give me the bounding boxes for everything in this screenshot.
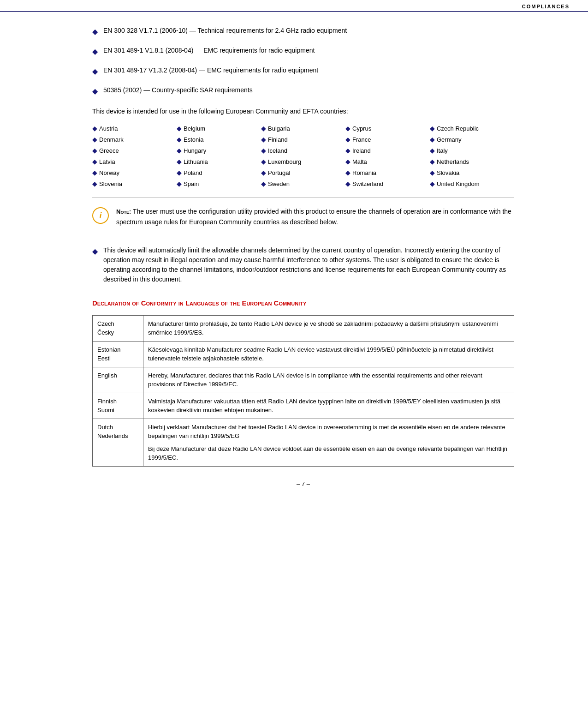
- country-diamond: ◆: [430, 147, 435, 154]
- country-item: ◆Malta: [345, 157, 430, 166]
- divider: [92, 198, 514, 198]
- list-item: ◆ 50385 (2002) — Country-specific SAR re…: [92, 85, 514, 97]
- country-item: ◆Switzerland: [345, 179, 430, 188]
- country-name: Malta: [352, 158, 367, 165]
- page-header: Compliances: [0, 0, 588, 12]
- table-text-cell: Hierbij verklaart Manufacturer dat het t…: [143, 419, 514, 466]
- country-name: Denmark: [99, 136, 124, 143]
- country-diamond: ◆: [261, 125, 266, 132]
- conformity-table: CzechČesky Manufacturer tímto prohlašuje…: [92, 315, 514, 467]
- country-name: Romania: [352, 169, 376, 176]
- country-name: Switzerland: [352, 180, 383, 187]
- standard-text: EN 300 328 V1.7.1 (2006-10) — Technical …: [103, 26, 347, 36]
- channel-list-item: ◆ This device will automatically limit t…: [92, 246, 514, 284]
- list-item: ◆ EN 301 489-1 V1.8.1 (2008-04) — EMC re…: [92, 46, 514, 57]
- country-diamond: ◆: [345, 147, 350, 154]
- country-name: Lithuania: [184, 158, 208, 165]
- country-name: Hungary: [184, 147, 206, 154]
- note-box: i Note: The user must use the configurat…: [92, 206, 514, 227]
- country-diamond: ◆: [261, 158, 266, 165]
- country-item: ◆Hungary: [177, 146, 261, 155]
- country-item: ◆Poland: [177, 168, 261, 177]
- country-name: Sweden: [268, 180, 290, 187]
- country-diamond: ◆: [92, 147, 97, 154]
- standard-text: EN 301 489-1 V1.8.1 (2008-04) — EMC requ…: [103, 46, 315, 55]
- table-lang-cell: CzechČesky: [93, 315, 143, 341]
- country-item: ◆Lithuania: [177, 157, 261, 166]
- country-name: Slovakia: [437, 169, 459, 176]
- country-name: Spain: [184, 180, 199, 187]
- country-name: Belgium: [184, 125, 205, 132]
- country-item: ◆Norway: [92, 168, 177, 177]
- header-title: Compliances: [522, 4, 570, 9]
- table-lang-cell: FinnishSuomi: [93, 393, 143, 419]
- country-diamond: ◆: [430, 158, 435, 165]
- country-item: ◆Romania: [345, 168, 430, 177]
- country-diamond: ◆: [430, 180, 435, 187]
- bullet-icon: ◆: [92, 26, 98, 37]
- table-text-cell: Manufacturer tímto prohlašuje, že tento …: [143, 315, 514, 341]
- country-item: ◆Finland: [261, 135, 345, 144]
- country-name: Latvia: [99, 158, 115, 165]
- standard-text: EN 301 489-17 V1.3.2 (2008-04) — EMC req…: [103, 66, 318, 75]
- country-diamond: ◆: [177, 169, 182, 176]
- bullet-icon: ◆: [92, 46, 98, 57]
- country-item: ◆Italy: [430, 146, 514, 155]
- country-name: Poland: [184, 169, 202, 176]
- page-content: ◆ EN 300 328 V1.7.1 (2006-10) — Technica…: [0, 12, 588, 515]
- country-diamond: ◆: [92, 169, 97, 176]
- declaration-title: Declaration of Conformity in Languages o…: [92, 298, 514, 308]
- country-name: Norway: [99, 169, 119, 176]
- country-name: Bulgaria: [268, 125, 290, 132]
- country-diamond: ◆: [430, 136, 435, 143]
- table-text-cell: Hereby, Manufacturer, declares that this…: [143, 367, 514, 393]
- country-diamond: ◆: [177, 158, 182, 165]
- country-item: ◆Cyprus: [345, 124, 430, 133]
- country-diamond: ◆: [261, 169, 266, 176]
- country-item: ◆Spain: [177, 179, 261, 188]
- country-item: ◆France: [345, 135, 430, 144]
- country-item: ◆Austria: [92, 124, 177, 133]
- country-diamond: ◆: [92, 125, 97, 132]
- page-number: – 7 –: [92, 480, 514, 487]
- country-item: ◆United Kingdom: [430, 179, 514, 188]
- standards-list: ◆ EN 300 328 V1.7.1 (2006-10) — Technica…: [92, 26, 514, 97]
- country-name: Slovenia: [99, 180, 122, 187]
- channel-text: This device will automatically limit the…: [103, 246, 514, 284]
- country-diamond: ◆: [430, 169, 435, 176]
- divider-2: [92, 237, 514, 237]
- country-item: ◆Greece: [92, 146, 177, 155]
- table-row: EstonianEesti Käesolevaga kinnitab Manuf…: [93, 341, 514, 367]
- country-name: Portugal: [268, 169, 290, 176]
- country-name: France: [352, 136, 371, 143]
- country-name: Ireland: [352, 147, 371, 154]
- country-diamond: ◆: [92, 136, 97, 143]
- country-diamond: ◆: [177, 136, 182, 143]
- note-content: Note: The user must use the configuratio…: [116, 206, 514, 227]
- note-label: Note:: [116, 208, 131, 215]
- channel-list: ◆ This device will automatically limit t…: [92, 246, 514, 284]
- country-name: Iceland: [268, 147, 287, 154]
- country-item: ◆Slovenia: [92, 179, 177, 188]
- country-diamond: ◆: [177, 147, 182, 154]
- country-item: ◆Estonia: [177, 135, 261, 144]
- country-name: Finland: [268, 136, 288, 143]
- country-diamond: ◆: [345, 125, 350, 132]
- country-item: ◆Denmark: [92, 135, 177, 144]
- list-item: ◆ EN 300 328 V1.7.1 (2006-10) — Technica…: [92, 26, 514, 37]
- bullet-icon: ◆: [92, 246, 98, 257]
- table-text: Valmistaja Manufacturer vakuuttaa täten …: [148, 398, 500, 414]
- country-diamond: ◆: [345, 136, 350, 143]
- country-name: United Kingdom: [437, 180, 480, 187]
- table-row: CzechČesky Manufacturer tímto prohlašuje…: [93, 315, 514, 341]
- country-name: Austria: [99, 125, 118, 132]
- country-name: Estonia: [184, 136, 203, 143]
- country-item: ◆Sweden: [261, 179, 345, 188]
- country-name: Greece: [99, 147, 119, 154]
- country-diamond: ◆: [261, 136, 266, 143]
- intro-text: This device is intended for use in the f…: [92, 106, 514, 116]
- bullet-icon: ◆: [92, 66, 98, 77]
- info-icon: i: [92, 207, 109, 224]
- table-text-cell: Valmistaja Manufacturer vakuuttaa täten …: [143, 393, 514, 419]
- table-text-p1: Hierbij verklaart Manufacturer dat het t…: [148, 423, 509, 441]
